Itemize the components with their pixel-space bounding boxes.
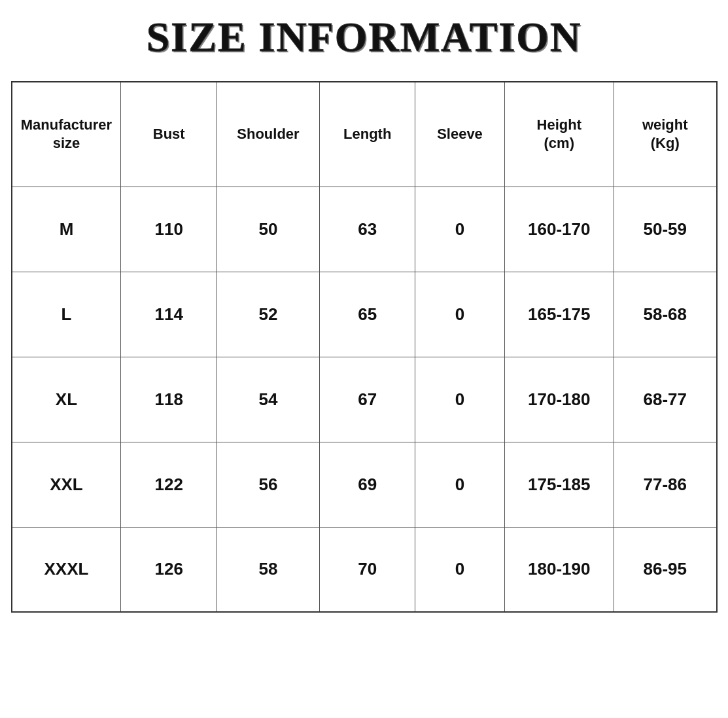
cell-length: 67 [319,357,415,442]
cell-height: 160-170 [504,187,614,272]
cell-size: L [12,272,121,357]
table-row: XL11854670170-18068-77 [12,357,717,442]
cell-bust: 118 [121,357,217,442]
header-manufacturer: Manufacturersize [12,82,121,187]
table-row: XXL12256690175-18577-86 [12,442,717,527]
header-weight: weight(Kg) [614,82,716,187]
cell-length: 70 [319,527,415,612]
cell-bust: 122 [121,442,217,527]
cell-sleeve: 0 [415,527,504,612]
cell-shoulder: 52 [217,272,319,357]
cell-sleeve: 0 [415,357,504,442]
cell-weight: 50-59 [614,187,716,272]
cell-size: M [12,187,121,272]
header-shoulder: Shoulder [217,82,319,187]
cell-bust: 126 [121,527,217,612]
cell-height: 180-190 [504,527,614,612]
table-row: M11050630160-17050-59 [12,187,717,272]
cell-sleeve: 0 [415,442,504,527]
cell-weight: 58-68 [614,272,716,357]
cell-sleeve: 0 [415,187,504,272]
cell-size: XXXL [12,527,121,612]
cell-size: XL [12,357,121,442]
cell-shoulder: 54 [217,357,319,442]
cell-weight: 86-95 [614,527,716,612]
cell-length: 63 [319,187,415,272]
cell-bust: 110 [121,187,217,272]
cell-weight: 77-86 [614,442,716,527]
cell-sleeve: 0 [415,272,504,357]
cell-bust: 114 [121,272,217,357]
table-header-row: Manufacturersize Bust Shoulder Length Sl… [12,82,717,187]
table-row: XXXL12658700180-19086-95 [12,527,717,612]
cell-shoulder: 58 [217,527,319,612]
cell-length: 65 [319,272,415,357]
header-bust: Bust [121,82,217,187]
header-sleeve: Sleeve [415,82,504,187]
table-row: L11452650165-17558-68 [12,272,717,357]
cell-shoulder: 50 [217,187,319,272]
header-length: Length [319,82,415,187]
page-title: SIZE INFORMATION [147,13,582,62]
cell-height: 165-175 [504,272,614,357]
size-table: Manufacturersize Bust Shoulder Length Sl… [11,81,718,613]
cell-shoulder: 56 [217,442,319,527]
header-height: Height(cm) [504,82,614,187]
cell-height: 175-185 [504,442,614,527]
cell-weight: 68-77 [614,357,716,442]
cell-height: 170-180 [504,357,614,442]
cell-length: 69 [319,442,415,527]
cell-size: XXL [12,442,121,527]
